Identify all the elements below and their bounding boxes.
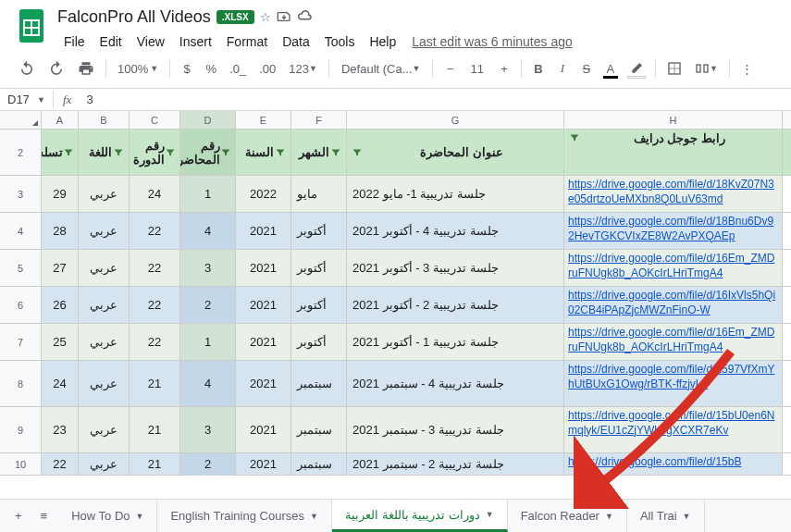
row-header-5[interactable]: 5 (0, 250, 42, 286)
row-header-6[interactable]: 6 (0, 287, 42, 323)
cell-G6[interactable]: جلسة تدريبية 2 - أكتوبر 2021 (347, 287, 564, 323)
cell-B5[interactable]: عربي (79, 250, 130, 286)
cell-B9[interactable]: عربي (79, 407, 130, 452)
cloud-icon[interactable] (297, 9, 314, 25)
font-size-decrease[interactable]: − (439, 56, 461, 80)
tab-menu-icon[interactable]: ▼ (136, 512, 144, 521)
tab-menu-icon[interactable]: ▼ (310, 512, 318, 521)
cell-D9[interactable]: 3 (180, 407, 236, 452)
drive-link[interactable]: https://drive.google.com/file/d/18KvZ07N… (568, 178, 778, 206)
drive-link[interactable]: https://drive.google.com/file/d/18Bnu6Dv… (568, 215, 778, 243)
cell-C8[interactable]: 21 (130, 361, 180, 406)
cell-E6[interactable]: 2021 (236, 287, 291, 323)
cell-D4[interactable]: 4 (180, 213, 236, 249)
cell-D10[interactable]: 2 (180, 453, 236, 475)
row-header-9[interactable]: 9 (0, 407, 42, 452)
print-button[interactable] (72, 56, 100, 80)
cell-F4[interactable]: أكتوبر (291, 213, 347, 249)
cell-B10[interactable]: عربي (79, 453, 130, 475)
cell-A7[interactable]: 25 (42, 324, 79, 360)
all-sheets-button[interactable]: ≡ (33, 503, 56, 528)
undo-button[interactable] (13, 56, 41, 80)
row-header-2[interactable]: 2 (0, 130, 42, 175)
menu-insert[interactable]: Insert (173, 31, 218, 53)
col-header-D[interactable]: D (180, 111, 236, 129)
decrease-decimal-button[interactable]: .0_ (224, 56, 252, 80)
cell-G8[interactable]: جلسة تدريبية 4 - سبتمبر 2021 (347, 361, 564, 406)
drive-link[interactable]: https://drive.google.com/file/d/15bU0en6… (568, 409, 778, 438)
cell-C7[interactable]: 22 (130, 324, 180, 360)
cell-C9[interactable]: 21 (130, 407, 180, 452)
cell-C6[interactable]: 22 (130, 287, 180, 323)
cell-A6[interactable]: 26 (42, 287, 79, 323)
col-header-B[interactable]: B (79, 111, 130, 129)
cell-F3[interactable]: مايو (291, 176, 347, 212)
name-box[interactable]: D17▼ (0, 91, 54, 108)
drive-link[interactable]: https://drive.google.com/file/d/1597VfXm… (568, 363, 778, 391)
cell-A5[interactable]: 27 (42, 250, 79, 286)
cell-B7[interactable]: عربي (79, 324, 130, 360)
col-header-E[interactable]: E (236, 111, 291, 129)
cell-C5[interactable]: 22 (130, 250, 180, 286)
cell-H6[interactable]: https://drive.google.com/file/d/16IxVls5… (564, 287, 783, 323)
strike-button[interactable]: S (575, 56, 598, 80)
menu-tools[interactable]: Tools (318, 31, 362, 53)
row-header-10[interactable]: 10 (0, 453, 42, 475)
cell-E4[interactable]: 2021 (236, 213, 291, 249)
cell-C10[interactable]: 21 (130, 453, 180, 475)
fill-color-button[interactable] (624, 56, 649, 80)
header-cell-D[interactable]: رقم المحاضرة (180, 130, 236, 175)
borders-button[interactable] (661, 56, 687, 80)
filter-icon[interactable] (274, 146, 287, 159)
cell-E5[interactable]: 2021 (236, 250, 291, 286)
increase-decimal-button[interactable]: .00 (253, 56, 281, 80)
zoom-select[interactable]: 100% ▼ (112, 56, 164, 80)
more-formats-button[interactable]: 123 ▼ (283, 56, 323, 80)
cell-A4[interactable]: 28 (42, 213, 79, 249)
cell-F10[interactable]: سبتمبر (291, 453, 347, 475)
row-header-3[interactable]: 3 (0, 176, 42, 212)
header-cell-A[interactable]: تسلسل (42, 130, 79, 175)
cell-C3[interactable]: 24 (130, 176, 180, 212)
drive-link[interactable]: https://drive.google.com/file/d/16IxVls5… (568, 289, 778, 317)
tab-menu-icon[interactable]: ▼ (683, 512, 691, 521)
cell-G9[interactable]: جلسة تدريبية 3 - سبتمبر 2021 (347, 407, 564, 452)
sheet-tab-2[interactable]: دورات تدريبية باللغة العربية ▼ (332, 500, 508, 532)
drive-link[interactable]: https://drive.google.com/file/d/16Em_ZMD… (568, 252, 778, 280)
cell-E10[interactable]: 2021 (236, 453, 291, 475)
header-cell-C[interactable]: رقم الدورة (130, 130, 180, 175)
col-header-F[interactable]: F (291, 111, 347, 129)
header-cell-G[interactable]: عنوان المحاضرة (347, 130, 564, 175)
row-header-4[interactable]: 4 (0, 213, 42, 249)
cell-B8[interactable]: عربي (79, 361, 130, 406)
menu-help[interactable]: Help (363, 31, 402, 53)
redo-button[interactable] (43, 56, 70, 80)
sheet-tab-1[interactable]: English Training Courses ▼ (157, 500, 331, 532)
cell-C4[interactable]: 22 (130, 213, 180, 249)
cell-G10[interactable]: جلسة تدريبية 2 - سبتمبر 2021 (347, 453, 564, 475)
header-cell-B[interactable]: اللغة (79, 130, 130, 175)
menu-file[interactable]: File (57, 31, 92, 53)
col-header-C[interactable]: C (130, 111, 180, 129)
cell-A10[interactable]: 22 (42, 453, 79, 475)
cell-D3[interactable]: 1 (180, 176, 236, 212)
tab-menu-icon[interactable]: ▼ (486, 510, 494, 519)
filter-icon[interactable] (63, 146, 74, 159)
menu-data[interactable]: Data (276, 31, 316, 53)
cell-A3[interactable]: 29 (42, 176, 79, 212)
add-sheet-button[interactable]: + (7, 503, 30, 528)
col-header-G[interactable]: G (347, 111, 564, 129)
more-toolbar-button[interactable]: ⋮ (735, 56, 759, 80)
header-cell-F[interactable]: الشهر (291, 130, 347, 175)
cell-A8[interactable]: 24 (42, 361, 79, 406)
cell-H3[interactable]: https://drive.google.com/file/d/18KvZ07N… (564, 176, 783, 212)
move-icon[interactable] (277, 8, 291, 26)
header-cell-E[interactable]: السنة (236, 130, 291, 175)
select-all-corner[interactable] (0, 111, 42, 129)
bold-button[interactable]: B (527, 56, 550, 80)
cell-G7[interactable]: جلسة تدريبية 1 - أكتوبر 2021 (347, 324, 564, 360)
last-edit-link[interactable]: Last edit was 6 minutes ago (412, 34, 573, 49)
cell-B4[interactable]: عربي (79, 213, 130, 249)
cell-H9[interactable]: https://drive.google.com/file/d/15bU0en6… (564, 407, 783, 452)
cell-D6[interactable]: 2 (180, 287, 236, 323)
